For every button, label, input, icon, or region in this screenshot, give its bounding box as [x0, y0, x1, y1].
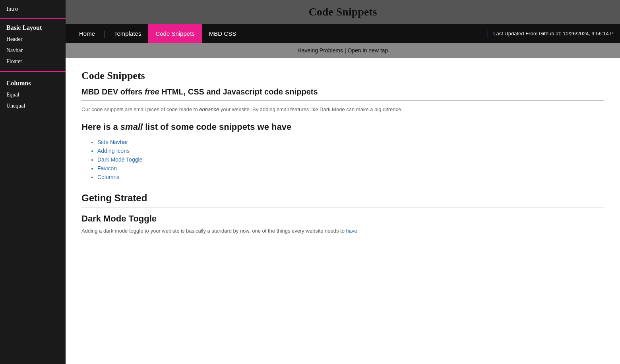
sidebar-item-unequal[interactable]: Unequal: [0, 100, 66, 112]
nav-item-code-snippets[interactable]: Code Snippets: [148, 24, 202, 43]
sidebar-divider: [0, 71, 66, 72]
sidebar-columns-title: Columns: [0, 76, 66, 89]
list-item-adding-icons[interactable]: Adding Icons: [97, 146, 604, 155]
page-content: Code Snippets MBD DEV offers free HTML, …: [66, 58, 620, 364]
content-page-title: Code Snippets: [81, 70, 604, 82]
nav-bar: Home | Templates Code Snippets MBD CSS |…: [66, 24, 620, 43]
nav-right-divider: |: [487, 29, 488, 38]
last-updated-text: Last Updated From Github at: 10/26/2024,…: [493, 31, 614, 37]
have-link[interactable]: have: [346, 228, 357, 234]
nav-item-templates[interactable]: Templates: [107, 24, 148, 43]
sidebar-item-header[interactable]: Header: [0, 34, 66, 45]
divider-1: [81, 100, 604, 101]
enhance-italic: enhance: [199, 106, 219, 112]
sidebar-intro-label: Intro: [6, 6, 18, 12]
sidebar-intro-item[interactable]: Intro: [0, 0, 66, 19]
problems-link[interactable]: Haveing Problems | Open in new tap: [298, 47, 388, 54]
intro-paragraph: Our code snippets are small pices of cod…: [81, 106, 604, 112]
main-area: Code Snippets Home | Templates Code Snip…: [66, 0, 620, 364]
sidebar-item-floater[interactable]: Floater: [0, 56, 66, 67]
nav-item-mbd-css[interactable]: MBD CSS: [202, 24, 243, 43]
dark-mode-description: Adding a dark mode toggle to your webist…: [81, 228, 604, 234]
small-italic: small: [120, 122, 143, 132]
sidebar: Intro Basic Layout Header Navbar Floater…: [0, 0, 66, 364]
top-header: Code Snippets: [66, 0, 620, 24]
list-item-columns[interactable]: Columns: [97, 173, 604, 181]
divider-2: [81, 208, 604, 208]
list-item-side-navbar[interactable]: Side Navbar: [97, 138, 604, 146]
content-subtitle: MBD DEV offers free HTML, CSS and Javasc…: [81, 87, 604, 96]
dark-mode-heading: Dark Mode Toggle: [81, 214, 604, 224]
getting-started-heading: Geting Strated: [81, 193, 604, 204]
free-italic: free: [145, 87, 159, 96]
sidebar-item-navbar[interactable]: Navbar: [0, 45, 66, 56]
sidebar-basic-layout-title: Basic Layout: [0, 19, 66, 34]
nav-item-home[interactable]: Home: [72, 24, 102, 43]
snippet-list: Side Navbar Adding Icons Dark Mode Toggl…: [97, 138, 604, 181]
sub-header: Haveing Problems | Open in new tap: [66, 43, 620, 58]
nav-divider-1: |: [102, 29, 107, 38]
page-main-title: Code Snippets: [66, 6, 620, 18]
list-item-favicon[interactable]: Favicon: [97, 164, 604, 173]
list-heading: Here is a small list of some code snippe…: [81, 122, 604, 132]
list-item-dark-mode-toggle[interactable]: Dark Mode Toggle: [97, 155, 604, 164]
sidebar-item-equal[interactable]: Equal: [0, 89, 66, 100]
